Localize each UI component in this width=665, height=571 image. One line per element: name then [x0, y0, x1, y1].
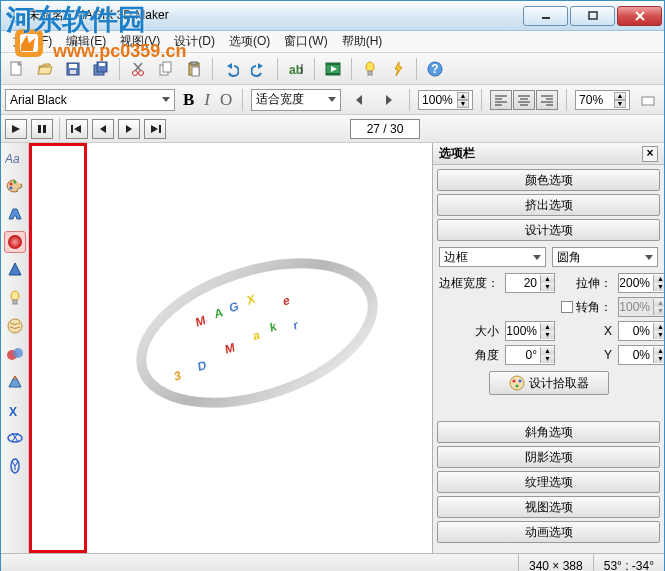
minimize-button[interactable]	[523, 6, 568, 26]
undo-button[interactable]	[219, 57, 243, 81]
color-swatch-button[interactable]	[636, 88, 660, 112]
size-value[interactable]	[506, 324, 540, 338]
pause-button[interactable]	[31, 119, 53, 139]
svg-text:3D: 3D	[7, 9, 23, 23]
sphere-tool[interactable]	[4, 231, 26, 253]
svg-text:e: e	[282, 293, 291, 309]
help-button[interactable]: ?	[423, 57, 447, 81]
rotate-x-tool[interactable]: X	[4, 427, 26, 449]
stretch-value[interactable]	[619, 276, 653, 290]
y-label: Y	[561, 348, 612, 362]
x-label: X	[561, 324, 612, 338]
svg-rect-32	[326, 73, 340, 75]
close-button[interactable]	[617, 6, 662, 26]
menu-help[interactable]: 帮助(H)	[336, 31, 389, 52]
text-style-tool[interactable]: Aa	[4, 147, 26, 169]
align-center-button[interactable]	[513, 90, 535, 110]
align-group	[490, 90, 558, 110]
y-value[interactable]	[619, 348, 653, 362]
x-axis-tool[interactable]: X	[4, 399, 26, 421]
menu-view[interactable]: 视图(V)	[114, 31, 166, 52]
cut-button[interactable]	[126, 57, 150, 81]
copy-button[interactable]	[154, 57, 178, 81]
canvas-viewport[interactable]: M A G X 3 D M a k e r	[87, 143, 432, 553]
texture-tool[interactable]	[4, 315, 26, 337]
design-options-button[interactable]: 设计选项	[437, 219, 660, 241]
view-options-button[interactable]: 视图选项	[437, 496, 660, 518]
flash-button[interactable]	[386, 57, 410, 81]
svg-point-67	[8, 235, 22, 249]
lightbulb-tool[interactable]	[4, 287, 26, 309]
svg-rect-70	[13, 300, 17, 304]
panel-close-button[interactable]: ×	[642, 146, 658, 162]
arrow-right-button[interactable]	[377, 88, 401, 112]
svg-marker-61	[151, 125, 158, 133]
zoom2-spinner[interactable]: 70%▲▼	[575, 90, 630, 110]
svg-marker-27	[258, 63, 263, 69]
arrow-left-button[interactable]	[347, 88, 371, 112]
paste-button[interactable]	[182, 57, 206, 81]
svg-point-71	[8, 319, 22, 333]
material-tool[interactable]	[4, 343, 26, 365]
prev-frame-button[interactable]	[92, 119, 114, 139]
zoom1-spinner[interactable]: 100%▲▼	[418, 90, 473, 110]
redo-button[interactable]	[247, 57, 271, 81]
outline-button[interactable]: O	[220, 90, 232, 110]
svg-point-18	[139, 70, 144, 75]
last-frame-button[interactable]	[144, 119, 166, 139]
font-selector[interactable]: Arial Black	[5, 89, 175, 111]
play-button[interactable]	[5, 119, 27, 139]
saveall-button[interactable]	[89, 57, 113, 81]
svg-point-94	[515, 385, 518, 388]
animation-options-button[interactable]: 动画选项	[437, 521, 660, 543]
rotate-checkbox[interactable]	[561, 301, 573, 313]
svg-text:Aa: Aa	[5, 152, 20, 166]
angle-spinner[interactable]: ▲▼	[505, 345, 555, 365]
maximize-button[interactable]	[570, 6, 615, 26]
stretch-spinner[interactable]: ▲▼	[618, 273, 664, 293]
animation-button[interactable]	[321, 57, 345, 81]
fit-selector[interactable]: 适合宽度	[251, 89, 341, 111]
text-tool-button[interactable]: ab	[284, 57, 308, 81]
design-picker-button[interactable]: 设计拾取器	[489, 371, 609, 395]
shadow-options-button[interactable]: 阴影选项	[437, 446, 660, 468]
border-width-spinner[interactable]: ▲▼	[505, 273, 555, 293]
bevel-tool[interactable]	[4, 259, 26, 281]
italic-button[interactable]: I	[204, 90, 210, 110]
first-frame-button[interactable]	[66, 119, 88, 139]
size-spinner[interactable]: ▲▼	[505, 321, 555, 341]
light-button[interactable]	[358, 57, 382, 81]
extrude-options-button[interactable]: 挤出选项	[437, 194, 660, 216]
svg-text:G: G	[228, 299, 239, 316]
corner-selector[interactable]: 圆角	[552, 247, 659, 267]
texture-options-button[interactable]: 纹理选项	[437, 471, 660, 493]
menu-edit[interactable]: 编辑(E)	[60, 31, 112, 52]
menu-option[interactable]: 选项(O)	[223, 31, 276, 52]
menu-design[interactable]: 设计(D)	[168, 31, 221, 52]
window-title: 未命名 - MAGIX 3D Maker	[28, 7, 523, 24]
angle-value[interactable]	[506, 348, 540, 362]
svg-point-93	[518, 380, 521, 383]
menu-window[interactable]: 窗口(W)	[278, 31, 333, 52]
color-options-button[interactable]: 颜色选项	[437, 169, 660, 191]
align-right-button[interactable]	[536, 90, 558, 110]
bold-button[interactable]: B	[183, 90, 194, 110]
bevel-options-button[interactable]: 斜角选项	[437, 421, 660, 443]
rotate-y-tool[interactable]: Y	[4, 455, 26, 477]
perspective-tool[interactable]	[4, 371, 26, 393]
border-selector[interactable]: 边框	[439, 247, 546, 267]
align-left-button[interactable]	[490, 90, 512, 110]
next-frame-button[interactable]	[118, 119, 140, 139]
rotate-value	[619, 300, 653, 314]
frame-indicator: 27 / 30	[350, 119, 420, 139]
save-button[interactable]	[61, 57, 85, 81]
x-spinner[interactable]: ▲▼	[618, 321, 664, 341]
extrude-tool[interactable]	[4, 203, 26, 225]
palette-tool[interactable]	[4, 175, 26, 197]
x-value[interactable]	[619, 324, 653, 338]
svg-text:3: 3	[173, 368, 182, 384]
svg-marker-39	[356, 95, 362, 105]
y-spinner[interactable]: ▲▼	[618, 345, 664, 365]
border-width-value[interactable]	[506, 276, 540, 290]
svg-marker-40	[386, 95, 392, 105]
